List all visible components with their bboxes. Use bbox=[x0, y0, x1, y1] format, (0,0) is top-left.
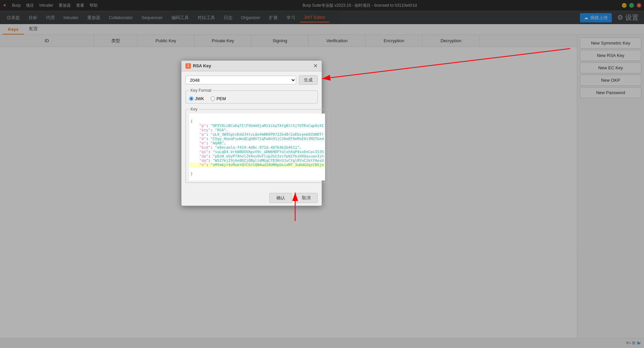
format-pem-text: PEM bbox=[216, 96, 226, 101]
format-pem-radio[interactable] bbox=[211, 96, 215, 101]
key-legend: Key bbox=[189, 107, 199, 112]
size-row: 2048 1024 4096 生成 bbox=[185, 75, 318, 85]
format-radio-row: JWK PEM bbox=[189, 96, 314, 101]
dialog-icon: 1 bbox=[185, 63, 191, 69]
generate-button[interactable]: 生成 bbox=[299, 75, 318, 85]
modal-overlay: 1 RSA Key ✕ 2048 1024 4096 生成 Key Format bbox=[0, 0, 644, 348]
confirm-button[interactable]: 确认 bbox=[269, 193, 292, 203]
dialog-title-label: RSA Key bbox=[193, 63, 211, 68]
key-size-select[interactable]: 2048 1024 4096 bbox=[185, 76, 296, 84]
dialog-footer: 确认 取消 bbox=[181, 190, 322, 206]
rsa-key-dialog: 1 RSA Key ✕ 2048 1024 4096 生成 Key Format bbox=[181, 60, 322, 206]
dialog-title-bar: 1 RSA Key ✕ bbox=[181, 61, 322, 71]
key-textarea[interactable]: { "p": "9PZY8iiBCuKq7IlFVb4m9jaMiXihpTAf… bbox=[189, 114, 325, 181]
key-format-group: Key Format JWK PEM bbox=[185, 88, 318, 103]
cancel-button[interactable]: 取消 bbox=[295, 193, 318, 203]
format-jwk-radio[interactable] bbox=[189, 96, 194, 101]
key-content-group: Key { "p": "9PZY8iiBCuKq7IlFVb4m9jaMiXih… bbox=[185, 107, 329, 183]
key-format-legend: Key Format bbox=[189, 88, 213, 93]
dialog-body: 2048 1024 4096 生成 Key Format JWK PEM bbox=[181, 71, 322, 190]
format-jwk-text: JWK bbox=[195, 96, 204, 101]
format-pem-label[interactable]: PEM bbox=[211, 96, 226, 101]
dialog-close-button[interactable]: ✕ bbox=[313, 63, 318, 69]
format-jwk-label[interactable]: JWK bbox=[189, 96, 204, 101]
